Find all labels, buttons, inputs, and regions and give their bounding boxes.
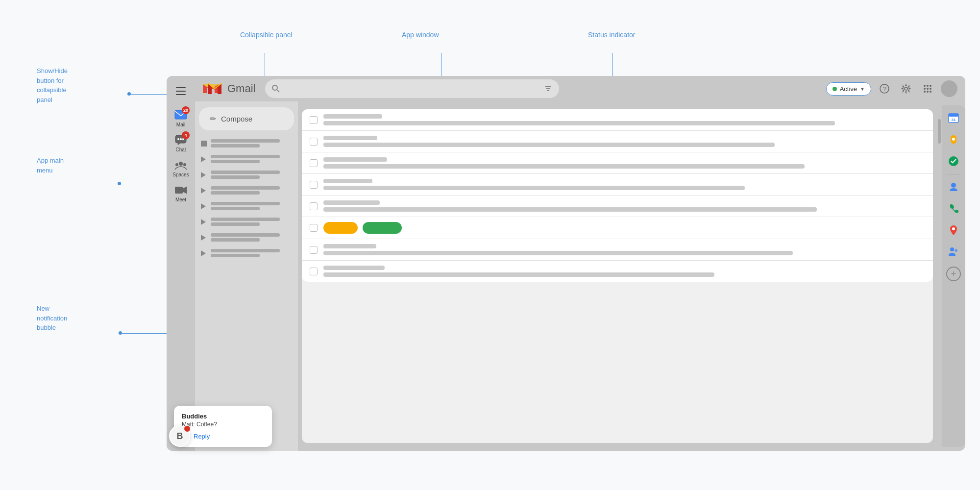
email-checkbox[interactable] (310, 181, 318, 189)
list-item[interactable] (199, 183, 294, 197)
table-row[interactable] (302, 196, 933, 217)
list-item[interactable] (199, 246, 294, 260)
tasks-app-icon[interactable] (945, 152, 962, 170)
table-row[interactable] (302, 109, 933, 131)
email-checkbox[interactable] (310, 138, 318, 146)
list-item-lines (211, 218, 292, 226)
people-app-icon[interactable] (945, 243, 962, 261)
help-button[interactable]: ? (876, 80, 893, 97)
email-checkbox[interactable] (310, 159, 318, 167)
svg-point-23 (924, 91, 926, 93)
annotation-show-hide: Show/Hidebutton forcollapsiblepanel (37, 66, 68, 104)
email-tag-green (363, 222, 402, 234)
list-item-lines (211, 233, 292, 242)
active-status-button[interactable]: Active ▼ (826, 82, 871, 96)
list-item[interactable] (199, 168, 294, 182)
search-bar[interactable] (265, 79, 559, 98)
contacts-app-icon[interactable] (945, 178, 962, 196)
email-sender-line (323, 179, 372, 183)
table-row[interactable] (302, 152, 933, 174)
svg-point-17 (924, 85, 926, 87)
user-b-avatar[interactable]: B (169, 425, 191, 447)
line-long (211, 171, 280, 174)
list-item-lines (211, 186, 292, 195)
email-sender-line (323, 114, 382, 119)
svg-point-32 (952, 227, 955, 230)
right-sidebar: 31 (942, 105, 965, 447)
list-item[interactable] (199, 230, 294, 245)
calendar-app-icon[interactable]: 31 (945, 109, 962, 127)
svg-text:31: 31 (952, 118, 956, 122)
svg-point-16 (905, 87, 907, 90)
email-content (323, 244, 925, 255)
search-input[interactable] (284, 79, 540, 98)
header-right: Active ▼ ? (826, 80, 957, 97)
chat-icon: 4 (171, 133, 191, 147)
annotation-new-notification: Newnotificationbubble (37, 304, 67, 333)
line-short (211, 207, 260, 210)
list-item[interactable] (199, 152, 294, 166)
keep-app-icon[interactable] (945, 131, 962, 148)
notification-body: Matt: Coffee? (182, 421, 264, 428)
email-content (323, 222, 925, 234)
list-item-icon (201, 141, 207, 147)
email-main-area (302, 109, 933, 443)
reply-button[interactable]: Reply (182, 433, 264, 440)
annotation-collapsible-panel: Collapsible panel (240, 30, 293, 40)
add-app-button[interactable]: + (946, 267, 961, 281)
svg-point-2 (177, 138, 179, 140)
list-item[interactable] (199, 136, 294, 150)
nav-item-mail[interactable]: 20 Mail (167, 106, 195, 129)
nav-item-spaces[interactable]: Spaces (167, 156, 195, 179)
dot-showhide (127, 92, 131, 96)
apps-button[interactable] (919, 80, 936, 97)
svg-rect-8 (175, 187, 183, 194)
list-item-icon (201, 203, 207, 209)
line-short (211, 144, 260, 147)
settings-button[interactable] (898, 80, 914, 97)
list-item[interactable] (199, 215, 294, 229)
plus-icon: + (951, 269, 956, 279)
annotation-line-collapsible (265, 53, 265, 77)
email-checkbox[interactable] (310, 224, 318, 232)
table-row[interactable] (302, 261, 933, 282)
scrollbar-track[interactable] (937, 105, 942, 447)
hamburger-button[interactable] (172, 82, 190, 100)
nav-item-meet[interactable]: Meet (167, 181, 195, 204)
table-row[interactable] (302, 174, 933, 196)
table-row[interactable] (302, 131, 933, 152)
table-row[interactable] (302, 217, 933, 239)
svg-point-21 (927, 88, 929, 90)
mail-badge: 20 (182, 106, 190, 114)
scrollbar-thumb[interactable] (938, 119, 941, 144)
annotation-status-indicator: Status indicator (588, 30, 636, 40)
email-checkbox[interactable] (310, 202, 318, 210)
list-item-lines (211, 155, 292, 163)
email-checkbox[interactable] (310, 116, 318, 124)
svg-point-31 (951, 183, 956, 188)
avatar-badge (184, 425, 191, 432)
svg-point-20 (924, 88, 926, 90)
email-checkbox[interactable] (310, 268, 318, 275)
compose-button[interactable]: ✏ Compose (199, 107, 294, 130)
email-content (323, 157, 925, 169)
svg-point-34 (955, 249, 957, 252)
svg-point-25 (930, 91, 931, 93)
svg-point-29 (952, 138, 955, 141)
phone-app-icon[interactable] (945, 200, 962, 218)
email-subject-line (323, 164, 805, 169)
table-row[interactable] (302, 239, 933, 261)
user-avatar[interactable] (941, 80, 957, 97)
nav-item-chat[interactable]: 4 Chat (167, 131, 195, 154)
maps-app-icon[interactable] (945, 221, 962, 239)
line-short (211, 175, 260, 179)
email-checkbox[interactable] (310, 246, 318, 254)
line-long (211, 233, 280, 237)
email-subject-line (323, 186, 745, 190)
list-item-icon (201, 188, 207, 194)
list-item[interactable] (199, 199, 294, 213)
email-sender-line (323, 266, 385, 270)
email-subject-line (323, 272, 714, 277)
left-nav: 20 Mail 4 Chat (167, 76, 195, 451)
email-sender-line (323, 244, 376, 248)
